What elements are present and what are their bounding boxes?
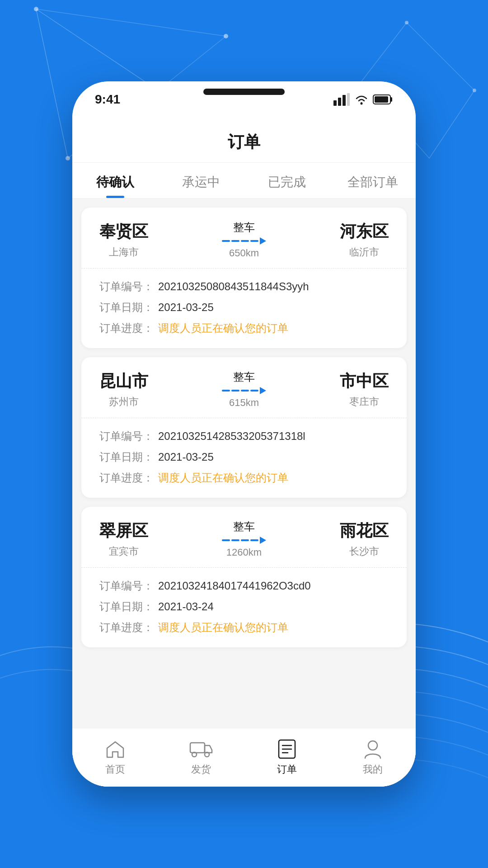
svg-line-9 bbox=[407, 23, 474, 90]
order-icon bbox=[276, 739, 298, 759]
route-middle-3: 整车 1260km bbox=[148, 519, 340, 558]
svg-point-19 bbox=[361, 103, 363, 105]
card-route-1: 奉贤区 上海市 整车 650km bbox=[81, 208, 407, 269]
route-dest-3: 雨花区 长沙市 bbox=[340, 520, 389, 558]
route-arrow-3 bbox=[222, 537, 266, 544]
svg-rect-16 bbox=[338, 98, 341, 106]
card-route-2: 昆山市 苏州市 整车 615km bbox=[81, 357, 407, 418]
nav-orders-label: 订单 bbox=[277, 763, 297, 776]
route-dest-2: 市中区 枣庄市 bbox=[340, 370, 389, 409]
order-card-2[interactable]: 昆山市 苏州市 整车 615km bbox=[81, 357, 407, 498]
svg-line-0 bbox=[36, 9, 158, 90]
bottom-nav: 首页 发货 bbox=[72, 728, 416, 787]
user-icon bbox=[361, 739, 384, 759]
tab-pending[interactable]: 待确认 bbox=[72, 163, 158, 198]
order-date-row-3: 订单日期： 2021-03-24 bbox=[99, 599, 389, 614]
card-details-2: 订单编号： 202103251428533205371318l 订单日期： 20… bbox=[81, 418, 407, 498]
route-arrow-1 bbox=[222, 237, 266, 245]
svg-line-2 bbox=[36, 9, 68, 158]
svg-point-13 bbox=[405, 21, 408, 24]
route-middle-1: 整车 650km bbox=[148, 220, 340, 259]
order-date-row-1: 订单日期： 2021-03-25 bbox=[99, 300, 389, 315]
nav-home-label: 首页 bbox=[105, 763, 125, 776]
battery-icon bbox=[373, 93, 393, 106]
svg-line-12 bbox=[361, 23, 407, 81]
order-card-3[interactable]: 翠屏区 宜宾市 整车 1260km bbox=[81, 507, 407, 647]
order-list: 奉贤区 上海市 整车 650km bbox=[72, 198, 416, 728]
svg-point-14 bbox=[473, 89, 476, 92]
svg-line-10 bbox=[429, 90, 474, 158]
route-origin-3: 翠屏区 宜宾市 bbox=[99, 520, 148, 558]
app-title: 订单 bbox=[228, 132, 260, 151]
status-time: 9:41 bbox=[95, 92, 120, 107]
svg-point-7 bbox=[66, 156, 70, 160]
tab-all-orders[interactable]: 全部订单 bbox=[330, 163, 416, 198]
nav-my[interactable]: 我的 bbox=[330, 728, 416, 787]
home-icon bbox=[104, 739, 127, 759]
svg-point-8 bbox=[224, 34, 228, 38]
nav-shipping[interactable]: 发货 bbox=[158, 728, 244, 787]
svg-point-30 bbox=[368, 741, 377, 750]
route-origin-2: 昆山市 苏州市 bbox=[99, 370, 148, 409]
order-date-row-2: 订单日期： 2021-03-25 bbox=[99, 450, 389, 464]
tab-completed[interactable]: 已完成 bbox=[244, 163, 330, 198]
status-icons bbox=[333, 93, 393, 106]
phone-frame: 9:41 bbox=[72, 81, 416, 787]
order-no-row-3: 订单编号： 20210324184017441962O3cd0 bbox=[99, 579, 389, 593]
status-bar: 9:41 bbox=[72, 81, 416, 118]
svg-rect-15 bbox=[333, 100, 337, 106]
route-dest-1: 河东区 临沂市 bbox=[340, 221, 389, 259]
tab-in-transit[interactable]: 承运中 bbox=[158, 163, 244, 198]
route-arrow-2 bbox=[222, 387, 266, 394]
route-middle-2: 整车 615km bbox=[148, 370, 340, 409]
app-header: 订单 bbox=[72, 118, 416, 163]
tabs-bar: 待确认 承运中 已完成 全部订单 bbox=[72, 163, 416, 198]
order-progress-row-3: 订单进度： 调度人员正在确认您的订单 bbox=[99, 620, 389, 635]
signal-icon bbox=[333, 93, 350, 106]
svg-point-5 bbox=[34, 7, 38, 11]
dynamic-island bbox=[203, 89, 285, 95]
svg-rect-21 bbox=[390, 97, 392, 102]
order-progress-row-1: 订单进度： 调度人员正在确认您的订单 bbox=[99, 321, 389, 335]
order-progress-row-2: 订单进度： 调度人员正在确认您的订单 bbox=[99, 471, 389, 485]
card-route-3: 翠屏区 宜宾市 整车 1260km bbox=[81, 507, 407, 568]
nav-orders[interactable]: 订单 bbox=[244, 728, 330, 787]
svg-rect-22 bbox=[375, 96, 388, 103]
card-details-3: 订单编号： 20210324184017441962O3cd0 订单日期： 20… bbox=[81, 568, 407, 647]
order-no-row-1: 订单编号： 20210325080843511844S3yyh bbox=[99, 279, 389, 294]
wifi-icon bbox=[354, 93, 369, 106]
nav-my-label: 我的 bbox=[363, 763, 383, 776]
app-content: 订单 待确认 承运中 已完成 全部订单 奉贤区 bbox=[72, 118, 416, 787]
card-details-1: 订单编号： 20210325080843511844S3yyh 订单日期： 20… bbox=[81, 269, 407, 348]
order-card-1[interactable]: 奉贤区 上海市 整车 650km bbox=[81, 208, 407, 348]
svg-rect-23 bbox=[190, 743, 205, 753]
nav-home[interactable]: 首页 bbox=[72, 728, 158, 787]
svg-line-4 bbox=[36, 9, 226, 36]
svg-rect-18 bbox=[347, 93, 350, 106]
order-no-row-2: 订单编号： 202103251428533205371318l bbox=[99, 429, 389, 443]
route-origin-1: 奉贤区 上海市 bbox=[99, 221, 148, 259]
svg-rect-17 bbox=[343, 95, 346, 106]
truck-icon bbox=[190, 739, 212, 759]
nav-shipping-label: 发货 bbox=[191, 763, 211, 776]
